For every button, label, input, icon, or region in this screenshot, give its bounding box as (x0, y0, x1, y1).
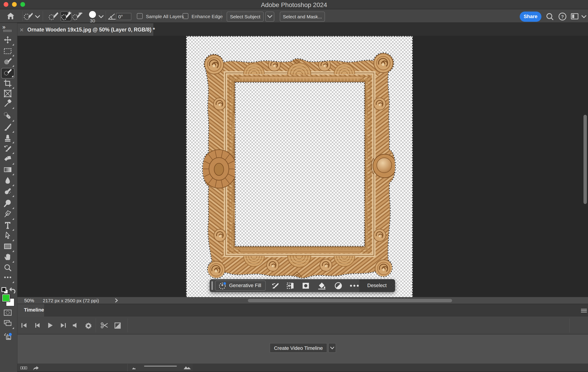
svg-text:?: ? (561, 14, 564, 19)
